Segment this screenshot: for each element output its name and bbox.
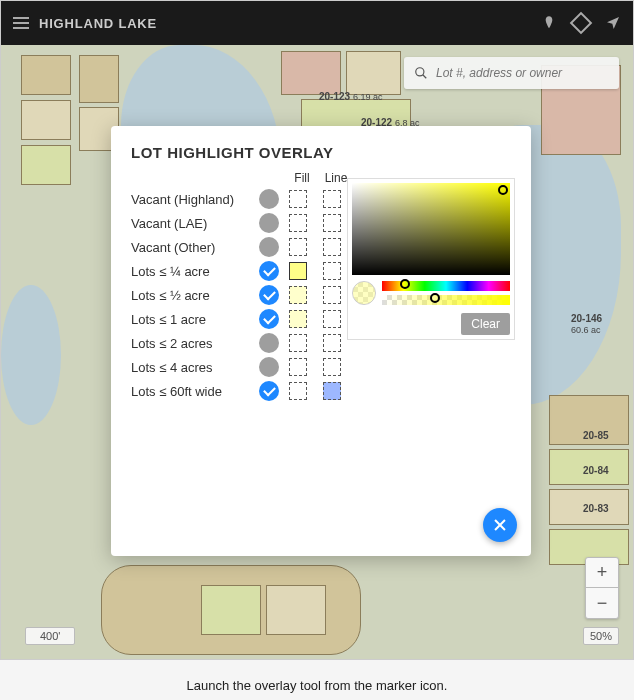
overlay-row-label: Lots ≤ 4 acres xyxy=(131,360,251,375)
diamond-icon[interactable] xyxy=(570,12,593,35)
fill-swatch[interactable] xyxy=(289,358,307,376)
line-swatch[interactable] xyxy=(323,286,341,304)
svg-point-0 xyxy=(416,68,424,76)
overlay-row-label: Lots ≤ ¼ acre xyxy=(131,264,251,279)
modal-title: LOT HIGHLIGHT OVERLAY xyxy=(131,144,511,161)
fill-swatch[interactable] xyxy=(289,238,307,256)
fill-swatch[interactable] xyxy=(289,286,307,304)
menu-icon[interactable] xyxy=(13,17,29,29)
lot-label: 20-123 6.19 ac xyxy=(319,91,382,102)
overlay-row-label: Vacant (LAE) xyxy=(131,216,251,231)
overlay-toggle[interactable] xyxy=(259,357,279,377)
color-picker: Clear xyxy=(347,178,515,340)
alpha-cursor[interactable] xyxy=(430,293,440,303)
zoom-control: + − xyxy=(585,557,619,619)
svg-line-1 xyxy=(423,75,427,79)
lot-label: 20-85 xyxy=(583,430,609,441)
marker-icon[interactable] xyxy=(541,15,557,31)
zoom-percent: 50% xyxy=(583,627,619,645)
scale-bar: 400' xyxy=(25,627,75,645)
fill-swatch[interactable] xyxy=(289,190,307,208)
zoom-out-button[interactable]: − xyxy=(586,588,618,618)
lot-label: 20-84 xyxy=(583,465,609,476)
line-swatch[interactable] xyxy=(323,190,341,208)
search-icon xyxy=(414,66,428,80)
lot-label: 20-83 xyxy=(583,503,609,514)
overlay-toggle[interactable] xyxy=(259,189,279,209)
lot-label: 20-14660.6 ac xyxy=(571,313,602,335)
search-box[interactable] xyxy=(404,57,619,89)
overlay-row-label: Vacant (Other) xyxy=(131,240,251,255)
line-swatch[interactable] xyxy=(323,382,341,400)
sv-cursor[interactable] xyxy=(498,185,508,195)
overlay-row-label: Lots ≤ 1 acre xyxy=(131,312,251,327)
top-bar: HIGHLAND LAKE xyxy=(1,1,633,45)
hue-slider[interactable] xyxy=(382,281,510,291)
clear-color-button[interactable]: Clear xyxy=(461,313,510,335)
close-modal-button[interactable] xyxy=(483,508,517,542)
line-swatch[interactable] xyxy=(323,262,341,280)
overlay-row-label: Lots ≤ 2 acres xyxy=(131,336,251,351)
overlay-toggle[interactable] xyxy=(259,381,279,401)
locate-icon[interactable] xyxy=(605,15,621,31)
overlay-toggle[interactable] xyxy=(259,333,279,353)
zoom-in-button[interactable]: + xyxy=(586,558,618,588)
line-swatch[interactable] xyxy=(323,310,341,328)
overlay-row-label: Vacant (Highland) xyxy=(131,192,251,207)
line-swatch[interactable] xyxy=(323,334,341,352)
overlay-toggle[interactable] xyxy=(259,237,279,257)
line-swatch[interactable] xyxy=(323,214,341,232)
overlay-row-label: Lots ≤ ½ acre xyxy=(131,288,251,303)
overlay-row-label: Lots ≤ 60ft wide xyxy=(131,384,251,399)
figure-caption: Launch the overlay tool from the marker … xyxy=(0,660,634,700)
fill-swatch[interactable] xyxy=(289,262,307,280)
fill-swatch[interactable] xyxy=(289,334,307,352)
alpha-slider[interactable] xyxy=(382,295,510,305)
saturation-value-area[interactable] xyxy=(352,183,510,275)
color-preview xyxy=(352,281,376,305)
line-column-header: Line xyxy=(323,171,349,185)
overlay-toggle[interactable] xyxy=(259,309,279,329)
fill-column-header: Fill xyxy=(289,171,315,185)
overlay-toggle[interactable] xyxy=(259,285,279,305)
overlay-toggle[interactable] xyxy=(259,261,279,281)
fill-swatch[interactable] xyxy=(289,310,307,328)
line-swatch[interactable] xyxy=(323,358,341,376)
overlay-toggle[interactable] xyxy=(259,213,279,233)
app-title: HIGHLAND LAKE xyxy=(39,16,157,31)
hue-cursor[interactable] xyxy=(400,279,410,289)
lot-highlight-overlay-panel: LOT HIGHLIGHT OVERLAY Fill Line Vacant (… xyxy=(111,126,531,556)
search-input[interactable] xyxy=(436,66,609,80)
line-swatch[interactable] xyxy=(323,238,341,256)
fill-swatch[interactable] xyxy=(289,382,307,400)
fill-swatch[interactable] xyxy=(289,214,307,232)
